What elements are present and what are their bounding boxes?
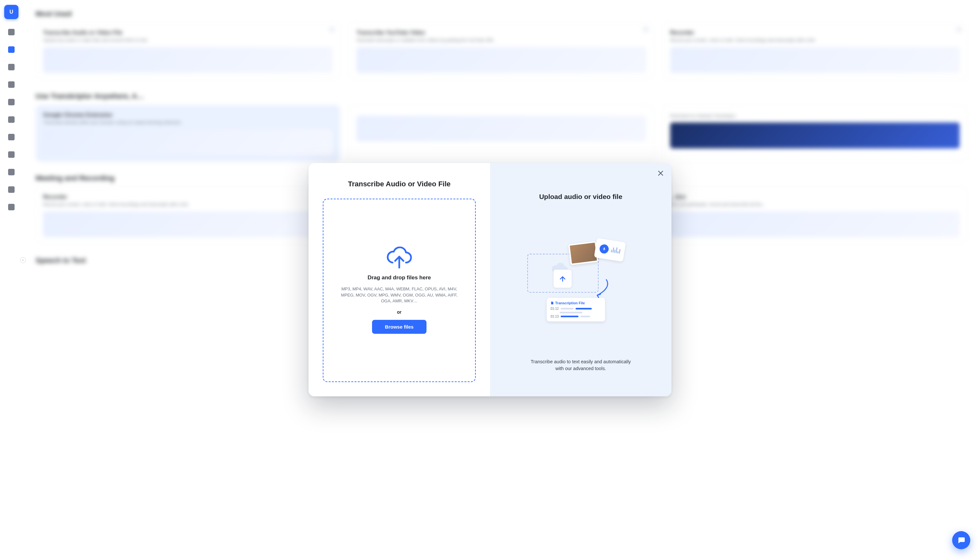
modal-right-caption: Transcribe audio to text easily and auto… xyxy=(527,359,634,372)
audio-thumbnail-icon xyxy=(594,238,626,262)
upload-modal: Transcribe Audio or Video File Drag and … xyxy=(309,163,671,396)
chat-icon xyxy=(957,536,965,544)
dropzone-title: Drag and drop files here xyxy=(367,275,431,281)
timestamp-1: 01:12 xyxy=(550,307,559,311)
upload-illustration: Transcription File 01:12 01:13 xyxy=(504,210,657,359)
timestamp-2: 01:13 xyxy=(550,315,559,318)
transcription-file-title: Transcription File xyxy=(555,301,585,305)
microphone-icon xyxy=(599,244,609,255)
dropzone-or: or xyxy=(397,309,402,315)
cloud-upload-icon xyxy=(386,246,413,269)
modal-right-title: Upload audio or video file xyxy=(539,193,623,200)
chat-support-button[interactable] xyxy=(952,531,970,549)
browse-files-button[interactable]: Browse files xyxy=(372,320,426,334)
modal-left-panel: Transcribe Audio or Video File Drag and … xyxy=(309,163,490,396)
modal-left-title: Transcribe Audio or Video File xyxy=(348,180,451,188)
modal-right-panel: Upload audio or video file xyxy=(490,163,671,396)
transcription-file-card: Transcription File 01:12 01:13 xyxy=(547,298,605,321)
dropzone-formats: MP3, MP4, WAV, AAC, M4A, WEBM, FLAC, OPU… xyxy=(338,286,461,304)
modal-backdrop: Transcribe Audio or Video File Drag and … xyxy=(0,0,980,559)
upload-arrow-icon xyxy=(553,269,572,288)
close-icon[interactable] xyxy=(656,169,665,178)
photo-thumbnail-icon xyxy=(568,241,598,265)
file-dropzone[interactable]: Drag and drop files here MP3, MP4, WAV, … xyxy=(323,198,476,382)
